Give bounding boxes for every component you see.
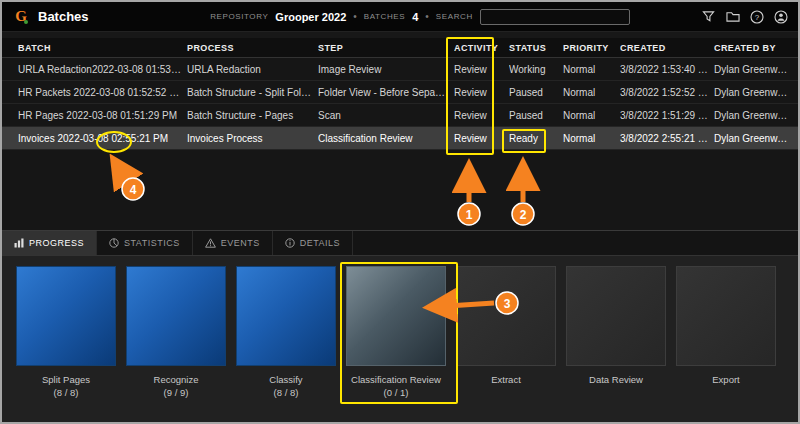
table-row[interactable]: URLA Redaction2022-03-08 01:53:40 PM URL… (2, 58, 798, 81)
step-thumbnail (16, 266, 116, 366)
step-name: Recognize (154, 373, 199, 386)
step-name: Extract (491, 373, 521, 386)
batches-table: BATCH PROCESS STEP ACTIVITY STATUS PRIOR… (2, 38, 798, 236)
column-header-batch[interactable]: BATCH (18, 43, 187, 53)
separator-dot: • (353, 11, 357, 22)
tab-progress[interactable]: PROGRESS (2, 231, 97, 255)
step-count: (9 / 9) (154, 386, 199, 399)
cell-batch: HR Packets 2022-03-08 01:52:52 PM (18, 87, 187, 98)
help-icon[interactable]: ? (749, 9, 764, 24)
tab-label: EVENTS (221, 238, 260, 248)
step-count: (8 / 8) (269, 386, 302, 399)
progress-cards: Split Pages (8 / 8) Recognize (9 / 9) Cl… (2, 255, 798, 422)
column-header-priority[interactable]: PRIORITY (563, 43, 620, 53)
column-header-status[interactable]: STATUS (509, 43, 563, 53)
step-card-split-pages[interactable]: Split Pages (8 / 8) (16, 266, 116, 422)
cell-activity: Review (454, 110, 509, 121)
page-title: Batches (38, 9, 89, 24)
cell-status: Paused (509, 110, 563, 121)
table-row-selected[interactable]: Invoices 2022-03-08 02:55:21 PM Invoices… (2, 127, 798, 150)
table-row[interactable]: HR Packets 2022-03-08 01:52:52 PM Batch … (2, 81, 798, 104)
cell-created: 3/8/2022 1:52:52 PM (620, 87, 714, 98)
new-folder-icon[interactable] (725, 9, 740, 24)
topbar-center: REPOSITORY Grooper 2022 • BATCHES 4 • SE… (162, 9, 678, 25)
cell-batch: HR Pages 2022-03-08 01:51:29 PM (18, 110, 187, 121)
cell-created-by: Dylan Greenwood (714, 87, 798, 98)
step-thumbnail (566, 266, 666, 366)
cell-step: Image Review (318, 64, 454, 75)
separator-dot: • (425, 11, 429, 22)
tab-label: DETAILS (300, 238, 340, 248)
step-thumbnail (676, 266, 776, 366)
step-name: Classify (269, 373, 302, 386)
column-header-created[interactable]: CREATED (620, 43, 714, 53)
cell-priority: Normal (563, 64, 620, 75)
step-card-data-review[interactable]: Data Review (566, 266, 666, 422)
column-header-process[interactable]: PROCESS (187, 43, 318, 53)
batches-window: G Batches REPOSITORY Grooper 2022 • BATC… (0, 0, 800, 424)
filter-icon[interactable] (701, 9, 716, 24)
step-thumbnail (126, 266, 226, 366)
step-thumbnail (456, 266, 556, 366)
step-name: Data Review (589, 373, 643, 386)
step-card-export[interactable]: Export (676, 266, 776, 422)
cell-activity: Review (454, 87, 509, 98)
cell-status: Paused (509, 87, 563, 98)
cell-created: 3/8/2022 1:51:29 PM (620, 110, 714, 121)
step-name: Export (712, 373, 739, 386)
top-bar: G Batches REPOSITORY Grooper 2022 • BATC… (2, 2, 798, 32)
cell-activity: Review (454, 64, 509, 75)
batches-count: 4 (412, 11, 418, 23)
cell-created-by: Dylan Greenwood (714, 64, 798, 75)
grooper-logo-icon: G (12, 8, 30, 26)
cell-status: Working (509, 64, 563, 75)
cell-batch: URLA Redaction2022-03-08 01:53:40 PM (18, 64, 187, 75)
repository-label: REPOSITORY (210, 12, 268, 21)
repository-value[interactable]: Grooper 2022 (275, 11, 346, 23)
step-name: Split Pages (42, 373, 90, 386)
topbar-right: ? (678, 9, 788, 24)
table-header-row: BATCH PROCESS STEP ACTIVITY STATUS PRIOR… (2, 38, 798, 58)
cell-created: 3/8/2022 1:53:40 PM (620, 64, 714, 75)
step-thumbnail (236, 266, 336, 366)
cell-batch: Invoices 2022-03-08 02:55:21 PM (18, 133, 187, 144)
cell-process: Batch Structure - Pages (187, 110, 318, 121)
column-header-created-by[interactable]: CREATED BY (714, 43, 798, 53)
cell-step: Folder View - Before Separation (318, 87, 454, 98)
search-input[interactable] (480, 9, 630, 25)
step-count: (0 / 1) (351, 386, 441, 399)
batches-label: BATCHES (364, 12, 405, 21)
tab-details[interactable]: DETAILS (273, 231, 353, 255)
cell-created: 3/8/2022 2:55:21 PM (620, 133, 714, 144)
cell-activity: Review (454, 133, 509, 144)
cell-priority: Normal (563, 133, 620, 144)
cell-step: Scan (318, 110, 454, 121)
table-row[interactable]: HR Pages 2022-03-08 01:51:29 PM Batch St… (2, 104, 798, 127)
tab-statistics[interactable]: STATISTICS (97, 231, 193, 255)
detail-panel: PROGRESS STATISTICS EVENTS DETAILS Split… (2, 230, 798, 422)
cell-priority: Normal (563, 87, 620, 98)
svg-text:?: ? (754, 13, 759, 22)
step-thumbnail (346, 266, 446, 366)
tab-label: STATISTICS (124, 238, 180, 248)
tab-label: PROGRESS (29, 238, 84, 248)
cell-priority: Normal (563, 110, 620, 121)
step-card-classification-review[interactable]: Classification Review (0 / 1) (346, 266, 446, 422)
cell-status: Ready (509, 133, 563, 144)
topbar-left: G Batches (12, 8, 162, 26)
step-name: Classification Review (351, 373, 441, 386)
cell-created-by: Dylan Greenwood (714, 133, 798, 144)
cell-step: Classification Review (318, 133, 454, 144)
column-header-step[interactable]: STEP (318, 43, 454, 53)
step-card-classify[interactable]: Classify (8 / 8) (236, 266, 336, 422)
cell-process: Invoices Process (187, 133, 318, 144)
detail-tabs: PROGRESS STATISTICS EVENTS DETAILS (2, 231, 798, 255)
cell-created-by: Dylan Greenwood (714, 110, 798, 121)
step-card-recognize[interactable]: Recognize (9 / 9) (126, 266, 226, 422)
cell-process: URLA Redaction (187, 64, 318, 75)
user-icon[interactable] (773, 9, 788, 24)
step-count: (8 / 8) (42, 386, 90, 399)
tab-events[interactable]: EVENTS (193, 231, 273, 255)
column-header-activity[interactable]: ACTIVITY (454, 43, 509, 53)
step-card-extract[interactable]: Extract (456, 266, 556, 422)
